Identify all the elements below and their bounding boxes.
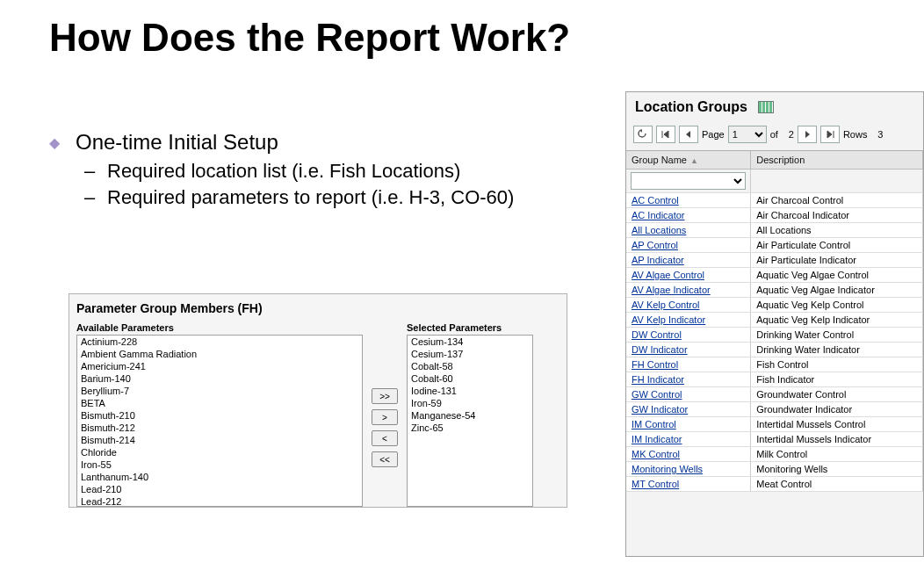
table-row: AC ControlAir Charcoal Control — [626, 193, 923, 208]
description-cell: Air Particulate Indicator — [751, 253, 923, 268]
description-cell: Groundwater Indicator — [751, 402, 923, 417]
group-name-link[interactable]: DW Control — [632, 329, 682, 340]
group-name-link[interactable]: GW Control — [632, 389, 682, 400]
group-name-link[interactable]: MT Control — [632, 479, 679, 489]
selected-params-list[interactable]: Cesium-134Cesium-137Cobalt-58Cobalt-60Io… — [407, 335, 533, 507]
refresh-button[interactable] — [633, 126, 653, 143]
list-item[interactable]: Cobalt-60 — [408, 372, 532, 385]
diamond-icon: ◆ — [49, 134, 60, 151]
list-item[interactable]: Lead-212 — [77, 495, 362, 507]
table-row: IM IndicatorIntertidal Mussels Indicator — [626, 432, 923, 447]
group-name-link[interactable]: AC Control — [632, 195, 679, 206]
column-header-description[interactable]: Description — [751, 151, 923, 170]
group-name-link[interactable]: AV Algae Indicator — [632, 285, 711, 295]
page-select[interactable]: 1 — [728, 126, 767, 143]
list-item[interactable]: Americium-241 — [77, 360, 362, 372]
available-params-list[interactable]: Actinium-228Ambient Gamma RadiationAmeri… — [76, 335, 363, 507]
parameter-group-panel: Parameter Group Members (FH) Available P… — [69, 293, 567, 508]
add-all-button[interactable]: >> — [372, 388, 398, 404]
group-name-filter[interactable] — [631, 172, 746, 190]
description-cell: Fish Control — [751, 357, 923, 372]
table-row: AV Kelp IndicatorAquatic Veg Kelp Indica… — [626, 313, 923, 328]
table-row: AP IndicatorAir Particulate Indicator — [626, 253, 923, 268]
list-item[interactable]: Bismuth-210 — [77, 409, 362, 422]
group-name-link[interactable]: MK Control — [632, 449, 680, 459]
location-groups-title: Location Groups — [635, 99, 747, 115]
group-name-link[interactable]: FH Control — [632, 359, 678, 370]
selected-params-label: Selected Parameters — [407, 322, 533, 333]
table-row: GW IndicatorGroundwater Indicator — [626, 402, 923, 417]
add-button[interactable]: > — [372, 409, 398, 425]
parameter-panel-title: Parameter Group Members (FH) — [76, 301, 559, 315]
table-row: MK ControlMilk Control — [626, 447, 923, 462]
list-item[interactable]: Zinc-65 — [408, 422, 532, 434]
page-label: Page — [702, 129, 725, 140]
list-item[interactable]: Iron-59 — [408, 397, 532, 409]
table-row: DW ControlDrinking Water Control — [626, 328, 923, 343]
group-name-link[interactable]: AP Indicator — [632, 255, 684, 265]
description-cell: Intertidal Mussels Control — [751, 417, 923, 432]
list-item[interactable]: Lanthanum-140 — [77, 471, 362, 483]
sort-asc-icon: ▲ — [690, 156, 698, 165]
group-name-link[interactable]: DW Indicator — [632, 344, 688, 355]
group-name-link[interactable]: All Locations — [632, 225, 686, 235]
list-item[interactable]: Cesium-134 — [408, 336, 532, 348]
description-cell: Groundwater Control — [751, 387, 923, 402]
list-item[interactable]: Ambient Gamma Radiation — [77, 348, 362, 360]
slide-title: How Does the Report Work? — [49, 16, 924, 60]
description-cell: All Locations — [751, 223, 923, 238]
next-page-button[interactable] — [798, 126, 817, 143]
list-item[interactable]: Iodine-131 — [408, 385, 532, 397]
table-row: AV Kelp ControlAquatic Veg Kelp Control — [626, 298, 923, 313]
rows-value: 3 — [870, 129, 883, 140]
list-item[interactable]: BETA — [77, 397, 362, 409]
description-cell: Drinking Water Control — [751, 328, 923, 343]
list-item[interactable]: Chloride — [77, 446, 362, 458]
group-name-link[interactable]: IM Control — [632, 419, 676, 429]
description-cell: Milk Control — [751, 447, 923, 462]
column-header-group-name[interactable]: Group Name▲ — [626, 151, 751, 170]
group-name-link[interactable]: AV Algae Control — [632, 270, 704, 280]
group-name-link[interactable]: GW Indicator — [632, 404, 688, 415]
group-name-link[interactable]: IM Indicator — [632, 434, 682, 444]
group-name-link[interactable]: FH Indicator — [632, 374, 684, 385]
table-row: IM ControlIntertidal Mussels Control — [626, 417, 923, 432]
list-item[interactable]: Beryllium-7 — [77, 385, 362, 397]
table-row: GW ControlGroundwater Control — [626, 387, 923, 402]
list-item[interactable]: Lead-210 — [77, 483, 362, 495]
description-cell: Meat Control — [751, 477, 923, 492]
list-item[interactable]: Actinium-228 — [77, 336, 362, 348]
remove-all-button[interactable]: << — [372, 451, 398, 467]
group-name-link[interactable]: Monitoring Wells — [632, 464, 703, 474]
first-page-button[interactable] — [656, 126, 675, 143]
description-cell: Drinking Water Indicator — [751, 343, 923, 357]
of-label: of — [770, 129, 778, 140]
prev-page-button[interactable] — [679, 126, 698, 143]
list-item[interactable]: Cesium-137 — [408, 348, 532, 360]
group-name-link[interactable]: AC Indicator — [632, 210, 685, 220]
list-item[interactable]: Bismuth-212 — [77, 422, 362, 434]
description-cell: Air Charcoal Indicator — [751, 208, 923, 223]
bullet-main: ◆ One-time Initial Setup — [49, 130, 611, 155]
group-name-link[interactable]: AV Kelp Indicator — [632, 314, 705, 325]
bullet-area: ◆ One-time Initial Setup Required locati… — [49, 130, 611, 213]
list-item[interactable]: Bismuth-214 — [77, 434, 362, 446]
table-row: FH IndicatorFish Indicator — [626, 372, 923, 387]
description-cell: Monitoring Wells — [751, 462, 923, 477]
list-item[interactable]: Iron-55 — [77, 458, 362, 471]
rows-label: Rows — [843, 129, 868, 140]
remove-button[interactable]: < — [372, 430, 398, 446]
list-item[interactable]: Cobalt-58 — [408, 360, 532, 372]
last-page-button[interactable] — [820, 126, 840, 143]
group-name-link[interactable]: AP Control — [632, 240, 678, 250]
table-row: AC IndicatorAir Charcoal Indicator — [626, 208, 923, 223]
list-item[interactable]: Barium-140 — [77, 372, 362, 385]
table-row: AP ControlAir Particulate Control — [626, 238, 923, 253]
description-cell: Aquatic Veg Kelp Indicator — [751, 313, 923, 328]
description-cell: Air Particulate Control — [751, 238, 923, 253]
group-name-link[interactable]: AV Kelp Control — [632, 300, 699, 310]
list-item[interactable]: Manganese-54 — [408, 409, 532, 422]
column-header-label: Group Name — [632, 155, 687, 165]
table-row: DW IndicatorDrinking Water Indicator — [626, 343, 923, 357]
location-groups-panel: Location Groups Page 1 of 2 Rows 3 — [625, 91, 924, 557]
